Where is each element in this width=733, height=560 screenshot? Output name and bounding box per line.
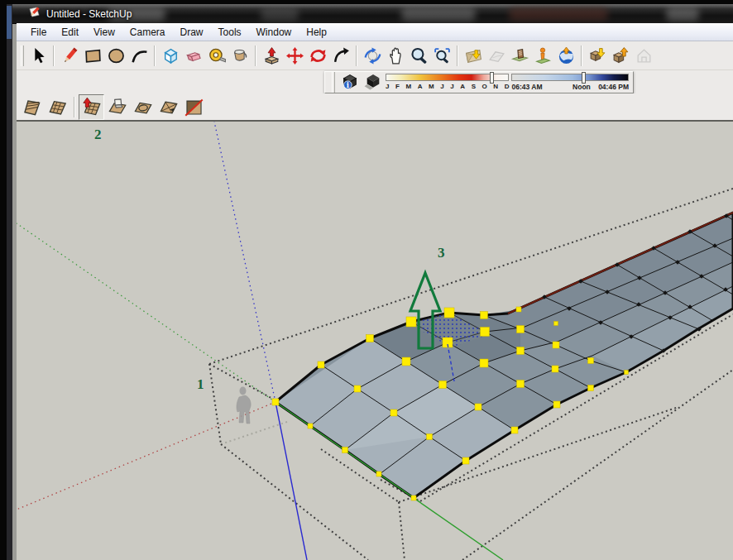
- smoove-vertex-handle[interactable]: [444, 308, 454, 318]
- share-model-tool-button[interactable]: [609, 44, 632, 67]
- toggle-terrain-tool-button[interactable]: [485, 44, 508, 67]
- photo-textures-tool-button[interactable]: [508, 44, 531, 67]
- toolbar-grip[interactable]: [21, 45, 24, 66]
- toolbar-grip[interactable]: [332, 72, 335, 93]
- smoove-vertex-handle[interactable]: [343, 448, 348, 453]
- smoove-vertex-handle[interactable]: [480, 359, 488, 367]
- add-detail-tool-button[interactable]: [156, 94, 181, 120]
- smoove-vertex-handle[interactable]: [427, 434, 433, 440]
- shadow-time-slider[interactable]: 06:43 AM Noon 04:46 PM: [511, 72, 629, 93]
- smoove-vertex-handle[interactable]: [481, 328, 490, 337]
- menu-view[interactable]: View: [86, 25, 122, 40]
- smoove-vertex-handle[interactable]: [511, 427, 518, 433]
- tape-measure-icon: [208, 46, 227, 65]
- svg-text:i: i: [347, 81, 349, 89]
- smoove-vertex-handle[interactable]: [462, 457, 469, 464]
- menu-tools[interactable]: Tools: [211, 25, 249, 40]
- menu-file[interactable]: File: [23, 25, 54, 40]
- zoom-extents-tool-button[interactable]: [430, 44, 453, 67]
- smoove-vertex-handle[interactable]: [272, 399, 279, 405]
- month-label: J: [440, 83, 443, 91]
- rectangle-tool-button[interactable]: [81, 44, 104, 67]
- smoove-vertex-handle[interactable]: [517, 381, 525, 388]
- smoove-vertex-handle[interactable]: [402, 357, 410, 366]
- make-component-tool-button[interactable]: [159, 44, 182, 67]
- menu-window[interactable]: Window: [249, 25, 299, 40]
- arc-tool-button[interactable]: [127, 44, 151, 67]
- menu-edit[interactable]: Edit: [54, 25, 86, 40]
- smoove-vertex-handle[interactable]: [588, 358, 594, 364]
- orbit-tool-button[interactable]: [361, 44, 384, 67]
- orbit-icon: [363, 46, 382, 65]
- shadow-time-track[interactable]: [511, 74, 629, 81]
- paint-bucket-tool-button[interactable]: [228, 44, 252, 67]
- shadow-time-thumb[interactable]: [582, 72, 586, 84]
- shadow-toggle-tool-button[interactable]: [362, 72, 383, 93]
- smoove-vertex-handle[interactable]: [318, 361, 324, 368]
- menu-help[interactable]: Help: [299, 25, 334, 40]
- smoove-vertex-handle[interactable]: [552, 366, 558, 372]
- smoove-vertex-handle[interactable]: [411, 495, 416, 500]
- zoom-tool-button[interactable]: [407, 44, 430, 67]
- smoove-vertex-handle[interactable]: [553, 401, 560, 408]
- window-title: Untitled - SketchUp: [46, 8, 132, 20]
- smoove-vertex-handle[interactable]: [308, 424, 313, 428]
- from-contours-tool-button[interactable]: [19, 94, 45, 120]
- get-models-tool-button[interactable]: [586, 44, 609, 67]
- stamp-tool-button[interactable]: [104, 94, 130, 120]
- shadow-settings-icon: i: [341, 73, 360, 92]
- place-model-tool-button[interactable]: [531, 44, 554, 67]
- smoove-vertex-handle[interactable]: [481, 312, 488, 319]
- smoove-vertex-handle[interactable]: [588, 385, 594, 391]
- smoove-vertex-handle[interactable]: [406, 317, 416, 327]
- shadow-date-thumb[interactable]: [490, 72, 494, 84]
- paint-bucket-icon: [231, 46, 250, 65]
- smoove-vertex-handle[interactable]: [554, 322, 558, 326]
- rotate-tool-button[interactable]: [306, 44, 329, 67]
- smoove-tool-button[interactable]: [79, 94, 104, 120]
- from-contours-icon: [22, 97, 42, 117]
- smoove-vertex-handle[interactable]: [439, 381, 447, 389]
- shadow-settings-tool-button[interactable]: i: [340, 72, 361, 93]
- smoove-vertex-handle[interactable]: [625, 371, 629, 375]
- smoove-icon: [81, 97, 102, 117]
- circle-tool-button[interactable]: [104, 44, 127, 67]
- month-label: J: [450, 83, 453, 91]
- smoove-vertex-handle[interactable]: [354, 385, 361, 392]
- sandbox-toolbar: [17, 93, 733, 122]
- share-model-icon: [611, 46, 630, 65]
- smoove-vertex-handle[interactable]: [376, 471, 381, 476]
- smoove-vertex-handle[interactable]: [553, 342, 559, 348]
- move-tool-button[interactable]: [283, 44, 306, 67]
- flip-edge-icon: [184, 97, 204, 117]
- follow-me-tool-button[interactable]: [329, 44, 352, 67]
- smoove-vertex-handle[interactable]: [516, 307, 521, 312]
- model-canvas[interactable]: 123: [17, 122, 733, 560]
- drape-tool-button[interactable]: [130, 94, 156, 120]
- push-pull-tool-button[interactable]: [260, 44, 283, 67]
- add-location-tool-button[interactable]: [462, 44, 485, 67]
- tape-measure-tool-button[interactable]: [205, 44, 228, 67]
- month-label: J: [386, 83, 389, 91]
- drape-icon: [132, 97, 153, 117]
- eraser-tool-button[interactable]: [182, 44, 205, 67]
- smoove-vertex-handle[interactable]: [390, 409, 397, 416]
- smoove-vertex-handle[interactable]: [366, 335, 374, 342]
- select-tool-button[interactable]: [26, 44, 50, 67]
- shadow-date-slider[interactable]: JFMAMJJASOND: [386, 72, 509, 93]
- smoove-vertex-handle[interactable]: [517, 347, 525, 355]
- pan-tool-button[interactable]: [384, 44, 407, 67]
- smoove-vertex-handle[interactable]: [517, 326, 525, 333]
- line-tool-button[interactable]: [58, 44, 81, 67]
- push-pull-icon: [262, 46, 281, 65]
- smoove-vertex-handle[interactable]: [475, 404, 481, 410]
- google-earth-tool-button[interactable]: [554, 44, 577, 67]
- menu-camera[interactable]: Camera: [122, 25, 173, 40]
- viewport-3d[interactable]: 123: [17, 122, 733, 560]
- menu-draw[interactable]: Draw: [173, 25, 211, 40]
- rectangle-icon: [84, 46, 103, 65]
- share-component-tool-button[interactable]: [632, 44, 655, 67]
- from-scratch-tool-button[interactable]: [45, 94, 70, 120]
- title-bar[interactable]: Untitled - SketchUp: [12, 4, 733, 24]
- flip-edge-tool-button[interactable]: [181, 94, 207, 120]
